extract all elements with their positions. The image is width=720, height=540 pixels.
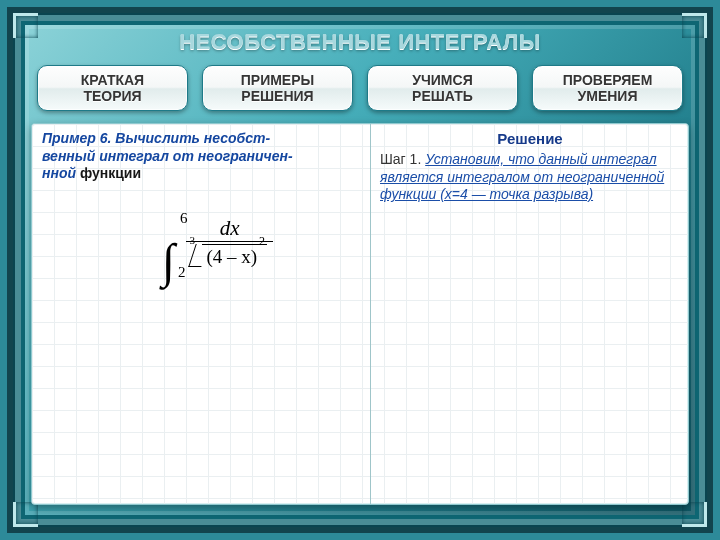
fraction-denominator: 3 (4 – x) 2	[186, 241, 273, 269]
frame-corner	[682, 502, 707, 527]
cube-root: 3 (4 – x) 2	[192, 242, 267, 269]
integral-upper-bound: 6	[180, 210, 188, 227]
solution-title: Решение	[380, 130, 680, 147]
frame-corner	[13, 13, 38, 38]
solution-step-1: Шаг 1. Установим, что данный интеграл яв…	[380, 151, 680, 204]
root-index: 3	[189, 234, 195, 246]
solution-column: Решение Шаг 1. Установим, что данный инт…	[380, 130, 680, 204]
task-text-3: нной	[42, 165, 76, 181]
task-text-3-row: нной функции	[42, 165, 362, 183]
example-heading: Пример 6. Вычислить несобст-	[42, 130, 362, 148]
task-text-1: Вычислить несобст-	[115, 130, 270, 146]
nav-examples-button[interactable]: ПРИМЕРЫ РЕШЕНИЯ	[202, 65, 353, 111]
slide-frame: НЕСОБСТВЕННЫЕ ИНТЕГРАЛЫ КРАТКАЯ ТЕОРИЯ П…	[13, 13, 707, 527]
step-number: Шаг 1.	[380, 151, 421, 167]
frame-corner	[13, 502, 38, 527]
step-text-line3: функции (x=4 — точка разрыва)	[380, 186, 593, 202]
page-title: НЕСОБСТВЕННЫЕ ИНТЕГРАЛЫ	[31, 29, 689, 55]
integral-sign-icon: ∫	[162, 237, 175, 285]
step-text-line2: является интегралом от неограниченной	[380, 169, 664, 185]
content-panel: Пример 6. Вычислить несобст- венный инте…	[31, 123, 689, 505]
task-text-2: венный интеграл от неограничен-	[42, 148, 362, 166]
frame-corner	[682, 13, 707, 38]
nav-bar: КРАТКАЯ ТЕОРИЯ ПРИМЕРЫ РЕШЕНИЯ УЧИМСЯ РЕ…	[31, 65, 689, 111]
radicand: (4 – x)	[206, 246, 257, 267]
nav-learn-button[interactable]: УЧИМСЯ РЕШАТЬ	[367, 65, 518, 111]
task-func-word: функции	[80, 165, 141, 181]
step-text-line1: Установим, что данный интеграл	[425, 151, 656, 167]
integrand-fraction: dx 3 (4 – x) 2	[186, 216, 273, 269]
integral-lower-bound: 2	[178, 264, 186, 281]
problem-column: Пример 6. Вычислить несобст- венный инте…	[42, 130, 362, 183]
nav-theory-button[interactable]: КРАТКАЯ ТЕОРИЯ	[37, 65, 188, 111]
radicand-power: 2	[259, 234, 265, 249]
integral-formula: ∫ 6 2 dx 3 (4 – x) 2	[162, 216, 273, 281]
example-number: Пример 6.	[42, 130, 111, 146]
nav-check-button[interactable]: ПРОВЕРЯЕМ УМЕНИЯ	[532, 65, 683, 111]
